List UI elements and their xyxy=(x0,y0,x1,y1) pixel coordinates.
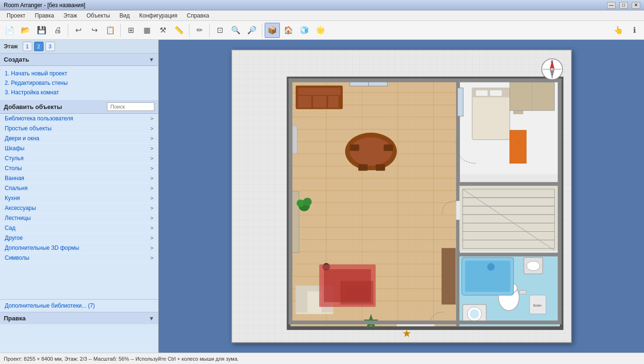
additional-libs-link[interactable]: Дополнительные библиотеки... (7) xyxy=(5,302,95,309)
create-section-header: Создать ▼ xyxy=(0,54,158,66)
create-item-3[interactable]: 3. Настройка комнат xyxy=(5,88,153,97)
create-title: Создать xyxy=(4,56,29,63)
edit-title: Правка xyxy=(4,315,26,322)
new-button[interactable]: 📄 xyxy=(2,23,17,38)
lib-item-3[interactable]: Шкафы > xyxy=(0,144,158,154)
lib-item-0[interactable]: Библиотека пользователя > xyxy=(0,114,158,124)
svg-rect-82 xyxy=(475,90,487,96)
menu-floor[interactable]: Этаж xyxy=(59,11,82,20)
lib-item-13[interactable]: Дополнительные 3D формы > xyxy=(0,243,158,253)
lib-item-11[interactable]: Сад > xyxy=(0,223,158,233)
lib-arrow-icon-10: > xyxy=(151,215,153,221)
open-button[interactable]: 📂 xyxy=(18,23,33,38)
lib-item-5[interactable]: Столы > xyxy=(0,164,158,173)
grid-button[interactable]: ⊞ xyxy=(123,23,138,38)
lib-item-9[interactable]: Аксессуары > xyxy=(0,203,158,213)
svg-rect-60 xyxy=(376,164,385,171)
print-button[interactable]: 🖨 xyxy=(50,23,65,38)
menu-help[interactable]: Справка xyxy=(182,11,214,20)
menu-objects[interactable]: Объекты xyxy=(82,11,115,20)
measure-button[interactable]: 📏 xyxy=(171,23,187,38)
svg-point-96 xyxy=(487,263,494,271)
pencil-button[interactable]: ✏ xyxy=(192,23,207,38)
svg-rect-50 xyxy=(313,96,326,108)
floor-tab-3[interactable]: 3 xyxy=(45,42,55,51)
lib-item-8[interactable]: Кухня > xyxy=(0,193,158,203)
menu-config[interactable]: Конфигурация xyxy=(134,11,182,20)
svg-rect-51 xyxy=(328,96,339,108)
library-list: Библиотека пользователя > Простые объект… xyxy=(0,114,158,299)
edit-arrow-icon[interactable]: ▼ xyxy=(149,315,154,322)
lib-arrow-icon-9: > xyxy=(151,205,153,211)
zoom-fit-button[interactable]: ⊡ xyxy=(212,23,227,38)
zoom-in-button[interactable]: 🔍 xyxy=(228,23,243,38)
tool-button[interactable]: ⚒ xyxy=(155,23,170,38)
canvas-area[interactable]: С xyxy=(159,40,644,353)
menu-project[interactable]: Проект xyxy=(2,11,30,20)
separator-3 xyxy=(189,24,189,37)
lib-arrow-icon-14: > xyxy=(151,255,153,261)
menu-bar: Проект Правка Этаж Объекты Вид Конфигура… xyxy=(0,10,644,21)
maximize-button[interactable]: □ xyxy=(619,2,628,9)
lib-item-6[interactable]: Ванная > xyxy=(0,173,158,183)
svg-rect-57 xyxy=(349,145,359,151)
svg-rect-111 xyxy=(557,79,561,325)
copy-button[interactable]: 📋 xyxy=(103,23,118,38)
lib-item-10[interactable]: Лестницы > xyxy=(0,213,158,223)
close-button[interactable]: ✕ xyxy=(632,2,640,9)
edit-content xyxy=(0,324,158,353)
separator-4 xyxy=(209,24,210,37)
svg-rect-109 xyxy=(288,320,561,324)
svg-rect-35 xyxy=(456,182,560,186)
separator-5 xyxy=(262,24,262,37)
floor-tab-1[interactable]: 1 xyxy=(23,42,32,51)
undo-button[interactable]: ↩ xyxy=(71,23,86,38)
lib-arrow-icon-6: > xyxy=(151,175,153,181)
create-item-2[interactable]: 2. Редактировать стены xyxy=(5,78,153,88)
view3d-button[interactable]: 📦 xyxy=(265,23,280,38)
lib-arrow-icon-0: > xyxy=(151,116,153,121)
floor-plan-svg: Boiler xyxy=(232,50,571,342)
lib-arrow-icon-3: > xyxy=(151,146,153,151)
app-title: Room Arranger - [без названия] xyxy=(4,2,85,9)
svg-rect-54 xyxy=(457,88,463,116)
menu-view[interactable]: Вид xyxy=(115,11,134,20)
view3d-full-button[interactable]: 🧊 xyxy=(297,23,312,38)
walls-button[interactable]: ▦ xyxy=(139,23,154,38)
window-controls[interactable]: — □ ✕ xyxy=(607,2,640,9)
lib-item-4[interactable]: Стулья > xyxy=(0,154,158,164)
redo-button[interactable]: ↪ xyxy=(87,23,102,38)
status-text: Проект: 8255 × 8400 мм, Этаж: 2/3 -- Мас… xyxy=(4,356,239,362)
lib-arrow-icon-1: > xyxy=(151,126,153,131)
menu-edit[interactable]: Правка xyxy=(30,11,59,20)
lib-item-7[interactable]: Спальня > xyxy=(0,183,158,193)
lib-arrow-icon-4: > xyxy=(151,155,153,161)
svg-rect-77 xyxy=(324,269,371,302)
render-button[interactable]: 🌟 xyxy=(313,23,328,38)
svg-rect-49 xyxy=(298,96,311,108)
lib-arrow-icon-8: > xyxy=(151,195,153,201)
lib-item-1[interactable]: Простые объекты > xyxy=(0,124,158,134)
svg-point-101 xyxy=(470,309,479,318)
lib-item-2[interactable]: Двери и окна > xyxy=(0,134,158,144)
title-bar: Room Arranger - [без названия] — □ ✕ xyxy=(0,0,644,10)
svg-point-67 xyxy=(303,198,312,206)
minimize-button[interactable]: — xyxy=(607,2,616,9)
zoom-out-button[interactable]: 🔎 xyxy=(244,23,259,38)
svg-rect-38 xyxy=(459,186,558,251)
create-item-1[interactable]: 1. Начать новый проект xyxy=(5,69,153,78)
left-panel: Этаж 1 2 3 Создать ▼ 1. Начать новый про… xyxy=(0,40,159,353)
svg-rect-78 xyxy=(441,248,456,304)
floor-plan[interactable]: С xyxy=(231,49,572,343)
lib-item-12[interactable]: Другое > xyxy=(0,233,158,243)
lib-arrow-icon-13: > xyxy=(151,245,153,251)
lib-item-14[interactable]: Символы > xyxy=(0,253,158,263)
create-arrow-icon[interactable]: ▼ xyxy=(149,56,154,63)
info-button[interactable]: ℹ xyxy=(627,23,642,38)
search-input[interactable] xyxy=(107,102,154,111)
floor-tab-2[interactable]: 2 xyxy=(34,42,44,51)
save-button[interactable]: 💾 xyxy=(34,23,49,38)
cursor-button[interactable]: 👆 xyxy=(611,23,626,38)
view2d-button[interactable]: 🏠 xyxy=(281,23,296,38)
svg-rect-48 xyxy=(298,88,340,95)
